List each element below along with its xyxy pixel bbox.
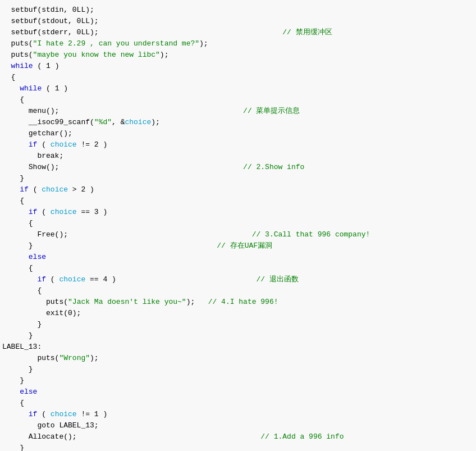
- code-token: // 退出函数: [116, 274, 299, 285]
- code-line: else: [0, 252, 476, 263]
- code-line: puts("maybe you know the new libc");: [0, 49, 476, 61]
- code-token: if: [20, 184, 29, 195]
- code-token: [2, 139, 29, 151]
- code-token: "Jack Ma doesn't like you~": [68, 297, 186, 308]
- code-line: while ( 1 ): [0, 83, 476, 94]
- code-token: );: [186, 297, 208, 308]
- code-line: setbuf(stdout, 0LL);: [0, 16, 476, 27]
- code-token: setbuf(stderr, 0LL);: [2, 27, 99, 38]
- code-token: );: [151, 117, 160, 128]
- code-token: == 3 ): [77, 207, 108, 218]
- code-token: puts(: [2, 297, 68, 308]
- code-token: // 菜单提示信息: [59, 106, 300, 117]
- code-token: }: [2, 173, 24, 184]
- code-token: "I hate 2.29 , can you understand me?": [33, 38, 199, 49]
- code-token: else: [20, 386, 37, 398]
- code-token: [2, 409, 29, 420]
- code-token: choice: [42, 184, 68, 195]
- code-line: if ( choice > 2 ): [0, 184, 476, 195]
- code-token: {: [2, 263, 33, 274]
- code-line: {: [0, 263, 476, 274]
- code-token: getchar();: [2, 128, 72, 139]
- code-token: [2, 274, 37, 285]
- code-token: [2, 207, 29, 218]
- code-line: {: [0, 285, 476, 297]
- code-token: (: [46, 274, 59, 285]
- code-line: getchar();: [0, 128, 476, 139]
- code-token: menu();: [2, 106, 59, 117]
- code-line: else: [0, 386, 476, 398]
- code-token: choice: [51, 409, 77, 420]
- code-line: {: [0, 218, 476, 229]
- code-token: }: [2, 364, 33, 375]
- code-token: exit(0);: [2, 308, 81, 319]
- code-line: {: [0, 94, 476, 106]
- code-token: {: [2, 72, 15, 83]
- code-token: (: [37, 409, 50, 420]
- code-token: if: [29, 139, 38, 151]
- code-line: } // 存在UAF漏洞: [0, 240, 476, 252]
- code-token: break;: [2, 151, 63, 162]
- code-token: }: [2, 319, 42, 330]
- code-token: ( 1 ): [33, 61, 60, 72]
- code-token: [2, 61, 11, 72]
- code-token: );: [160, 49, 169, 61]
- code-line: }: [0, 375, 476, 386]
- code-token: while: [20, 83, 42, 94]
- code-token: );: [90, 353, 99, 364]
- code-token: }: [2, 375, 24, 386]
- code-token: if: [29, 409, 38, 420]
- code-line: exit(0);: [0, 308, 476, 319]
- code-line: }: [0, 173, 476, 184]
- code-line: }: [0, 319, 476, 330]
- code-line: {: [0, 398, 476, 409]
- code-token: (: [37, 207, 50, 218]
- code-token: // 3.Call that 996 company!: [68, 229, 370, 240]
- code-token: if: [37, 274, 46, 285]
- code-token: }: [2, 443, 24, 451]
- code-line: if ( choice == 4 ) // 退出函数: [0, 274, 476, 285]
- code-token: {: [2, 195, 24, 207]
- code-token: (: [37, 139, 50, 151]
- code-token: (: [29, 184, 42, 195]
- code-token: puts(: [2, 38, 33, 49]
- code-token: puts(: [2, 49, 33, 61]
- code-token: choice: [51, 207, 77, 218]
- code-token: // 存在UAF漏洞: [33, 240, 272, 252]
- code-line: if ( choice == 3 ): [0, 207, 476, 218]
- code-line: setbuf(stderr, 0LL); // 禁用缓冲区: [0, 27, 476, 38]
- code-token: [2, 386, 20, 398]
- code-line: puts("Jack Ma doesn't like you~"); // 4.…: [0, 297, 476, 308]
- code-line: puts("Wrong");: [0, 353, 476, 364]
- code-token: goto LABEL_13;: [2, 420, 99, 431]
- code-token: while: [11, 61, 33, 72]
- code-token: Free();: [2, 229, 68, 240]
- code-token: Show();: [2, 162, 59, 173]
- code-token: }: [2, 240, 33, 252]
- code-token: ( 1 ): [42, 83, 68, 94]
- code-token: choice: [59, 274, 85, 285]
- code-token: [2, 184, 20, 195]
- code-token: {: [2, 218, 33, 229]
- code-container: setbuf(stdin, 0LL); setbuf(stdout, 0LL);…: [0, 0, 476, 451]
- code-line: while ( 1 ): [0, 61, 476, 72]
- code-token: {: [2, 94, 24, 106]
- code-token: // 1.Add a 996 info: [77, 431, 344, 443]
- code-token: __isoc99_scanf(: [2, 117, 94, 128]
- code-token: [2, 252, 29, 263]
- code-token: setbuf(stdin, 0LL);: [2, 4, 94, 16]
- code-token: {: [2, 285, 42, 297]
- code-line: puts("I hate 2.29 , can you understand m…: [0, 38, 476, 49]
- code-token: else: [29, 252, 46, 263]
- code-token: setbuf(stdout, 0LL);: [2, 16, 99, 27]
- code-token: );: [199, 38, 208, 49]
- code-token: > 2 ): [68, 184, 94, 195]
- code-line: }: [0, 364, 476, 375]
- code-token: puts(: [2, 353, 59, 364]
- code-line: Allocate(); // 1.Add a 996 info: [0, 431, 476, 443]
- code-line: }: [0, 443, 476, 451]
- code-line: Free(); // 3.Call that 996 company!: [0, 229, 476, 240]
- code-line: menu(); // 菜单提示信息: [0, 106, 476, 117]
- code-line: }: [0, 330, 476, 341]
- code-token: "%d": [94, 117, 112, 128]
